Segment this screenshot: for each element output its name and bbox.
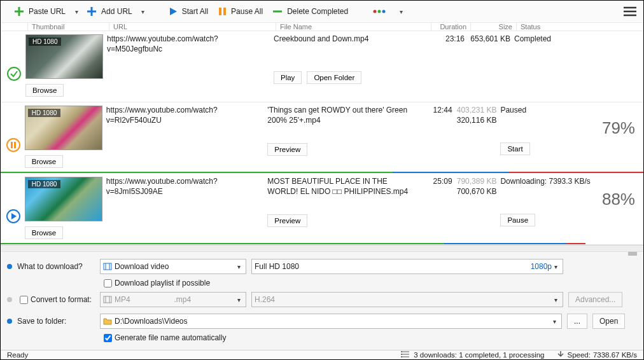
row-filename: Creekbound and Down.mp4 — [274, 34, 425, 45]
download-playlist-checkbox[interactable] — [104, 279, 112, 287]
pause-all-button[interactable]: Pause All — [213, 1, 267, 22]
paste-url-dropdown[interactable]: ▾ — [71, 1, 82, 22]
caret-down-icon: ▾ — [550, 318, 559, 325]
add-url-dropdown[interactable]: ▾ — [137, 1, 149, 22]
preview-button[interactable]: Preview — [267, 143, 307, 156]
more-color-button[interactable] — [368, 1, 394, 22]
download-row[interactable]: HD 1080 Browse https://www.youtube.com/w… — [1, 102, 643, 174]
download-arrow-icon — [557, 350, 564, 359]
header-filename[interactable]: File Name — [276, 23, 431, 31]
svg-rect-23 — [104, 296, 111, 303]
status-bar: Ready 3 downloads: 1 completed, 1 proces… — [1, 350, 643, 359]
convert-format-select[interactable]: MP4 .mp4 ▾ — [100, 292, 246, 307]
caret-down-icon: ▾ — [235, 296, 243, 303]
row-filename: MOST BEAUTIFUL PLACE IN THE WORLD! EL NI… — [267, 177, 414, 197]
options-panel: What to download? Download video ▾ Full … — [1, 251, 643, 350]
svg-point-30 — [401, 354, 402, 355]
hamburger-icon — [623, 6, 637, 17]
thumbnail-badge: HD 1080 — [28, 180, 60, 188]
browse-button[interactable]: Browse — [25, 155, 63, 168]
pause-all-label: Pause All — [231, 7, 263, 16]
paste-url-button[interactable]: Paste URL — [10, 1, 69, 22]
row-size-done: 320,116 KB — [456, 116, 497, 126]
caret-down-icon: ▾ — [75, 8, 78, 15]
play-icon — [168, 6, 178, 17]
add-url-button[interactable]: Add URL — [82, 1, 136, 22]
svg-rect-6 — [223, 8, 226, 15]
play-circle-icon — [6, 209, 21, 224]
svg-rect-17 — [14, 142, 16, 148]
grid-header: Thumbnail URL File Name Duration Size St… — [1, 23, 643, 31]
status-icon-downloading — [3, 177, 25, 239]
row-size-total: 403,231 KB — [456, 106, 497, 116]
header-size[interactable]: Size — [470, 23, 516, 31]
gen-name-checkbox[interactable] — [104, 334, 112, 342]
row-url: https://www.youtube.com/watch?v=M50Jegfb… — [107, 34, 270, 54]
convert-codec-select[interactable]: H.264 ▾ — [251, 292, 563, 307]
quality-select[interactable]: Full HD 1080 1080p ▾ — [251, 259, 563, 274]
collapse-handle[interactable] — [628, 252, 637, 256]
download-row[interactable]: HD 1080 Browse https://www.youtube.com/w… — [1, 174, 643, 245]
download-row[interactable]: HD 1080 Browse https://www.youtube.com/w… — [1, 31, 643, 102]
convert-codec-value: H.264 — [255, 295, 275, 304]
play-button[interactable]: Play — [274, 71, 302, 84]
menu-button[interactable] — [620, 2, 640, 21]
more-dropdown[interactable]: ▾ — [395, 1, 407, 22]
bullet-icon — [7, 264, 12, 269]
header-duration[interactable]: Duration — [431, 23, 470, 31]
delete-completed-button[interactable]: Delete Completed — [268, 1, 352, 22]
thumbnail[interactable]: HD 1080 — [25, 106, 102, 150]
quality-text: Full HD 1080 — [255, 262, 299, 271]
convert-ext: .mp4 — [174, 295, 192, 304]
start-all-button[interactable]: Start All — [164, 1, 212, 22]
row-status: Downloading: 7393.3 KB/s — [500, 177, 602, 187]
thumbnail-badge: HD 1080 — [28, 109, 60, 117]
open-folder-button[interactable]: Open — [592, 314, 625, 329]
preview-button[interactable]: Preview — [267, 214, 307, 227]
film-icon — [103, 262, 112, 271]
panel-divider — [1, 245, 643, 251]
list-icon — [401, 350, 410, 359]
row-status: Completed — [514, 34, 619, 45]
pause-button[interactable]: Pause — [500, 214, 535, 226]
advanced-button[interactable]: Advanced... — [568, 292, 622, 307]
open-folder-button[interactable]: Open Folder — [307, 71, 361, 84]
row-percent: 88% — [602, 177, 635, 209]
thumbnail-badge: HD 1080 — [29, 38, 61, 46]
row-url: https://www.youtube.com/watch?v=Rl2vF540… — [106, 106, 264, 125]
row-status: Paused — [500, 106, 602, 116]
caret-down-icon: ▾ — [400, 8, 403, 15]
save-folder-value: D:\Downloads\Videos — [115, 317, 188, 326]
plus-icon — [13, 6, 25, 17]
svg-point-15 — [7, 139, 20, 151]
browse-button[interactable]: Browse — [25, 84, 64, 97]
row-size-total: 790,389 KB — [456, 177, 497, 187]
header-thumbnail[interactable]: Thumbnail — [27, 23, 109, 31]
header-status[interactable]: Status — [516, 23, 621, 31]
svg-point-9 — [378, 10, 381, 13]
paste-url-label: Paste URL — [29, 7, 66, 16]
minus-icon — [272, 6, 283, 17]
thumbnail[interactable]: HD 1080 — [25, 177, 102, 221]
svg-point-8 — [374, 10, 377, 13]
header-url[interactable]: URL — [109, 23, 276, 31]
download-mode-select[interactable]: Download video ▾ — [100, 259, 246, 274]
browse-button[interactable]: Browse — [25, 226, 63, 239]
status-speed-value: 7338.67 KB/s — [593, 351, 637, 359]
pause-icon — [217, 6, 227, 17]
film-icon — [103, 295, 112, 304]
start-button[interactable]: Start — [500, 142, 529, 155]
open-label: Open — [599, 317, 618, 326]
svg-rect-5 — [219, 8, 221, 15]
svg-point-14 — [8, 67, 20, 80]
folder-icon — [103, 317, 112, 325]
thumbnail[interactable]: HD 1080 — [25, 34, 103, 79]
save-folder-select[interactable]: D:\Downloads\Videos ▾ — [100, 314, 562, 329]
delete-completed-label: Delete Completed — [287, 7, 348, 16]
convert-format-label: Convert to format: — [31, 295, 92, 304]
ellipsis-label: ... — [574, 317, 580, 326]
browse-folder-button[interactable]: ... — [567, 314, 587, 329]
convert-format-checkbox[interactable] — [20, 296, 28, 304]
dots-icon — [372, 6, 386, 17]
caret-down-icon: ▾ — [141, 8, 144, 15]
